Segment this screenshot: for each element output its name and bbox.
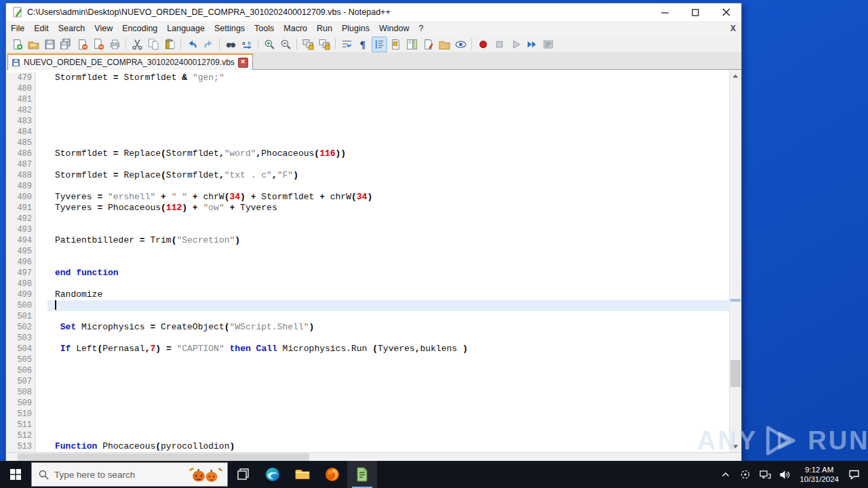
fold-margin — [36, 192, 47, 203]
fold-margin — [36, 344, 47, 354]
code-line-497: 497end function — [6, 268, 730, 279]
macro-stop-icon[interactable] — [492, 37, 507, 52]
text-caret — [55, 300, 56, 310]
doc-switcher-icon[interactable] — [420, 37, 436, 52]
scroll-down-arrow[interactable] — [730, 441, 741, 452]
code-text — [47, 365, 730, 376]
redo-icon[interactable] — [201, 37, 216, 52]
print-icon[interactable] — [107, 37, 123, 52]
code-editor[interactable]: 479Stormfldet = Stormfldet & "gen;"48048… — [6, 70, 741, 452]
taskbar-app-notepad-plus-plus[interactable] — [347, 461, 377, 488]
macro-run-multiple-icon[interactable] — [524, 37, 540, 52]
menu-item-view[interactable]: View — [90, 22, 117, 35]
close-button[interactable] — [711, 3, 741, 21]
menu-item-file[interactable]: File — [6, 22, 29, 35]
scrollbar-current-line-mark — [730, 299, 741, 302]
tray-app-circle-icon[interactable] — [738, 464, 753, 485]
search-input[interactable]: Type here to search — [31, 462, 228, 487]
code-text: Patientbilleder = Trim("Secretion") — [47, 235, 730, 246]
close-file-icon[interactable] — [75, 37, 90, 52]
macro-record-icon[interactable] — [475, 37, 491, 52]
replace-icon[interactable]: ab — [239, 37, 255, 52]
zoom-in-icon[interactable] — [262, 37, 277, 52]
code-line-479: 479Stormfldet = Stormfldet & "gen;" — [6, 73, 730, 83]
vertical-scrollbar[interactable] — [729, 70, 741, 452]
cut-icon[interactable] — [130, 37, 145, 52]
save-all-icon[interactable] — [58, 37, 74, 52]
taskbar-app-firefox[interactable] — [317, 461, 347, 488]
scroll-up-arrow[interactable] — [730, 70, 741, 81]
line-number: 489 — [6, 181, 36, 192]
menu-item-edit[interactable]: Edit — [29, 22, 54, 35]
menu-item-encoding[interactable]: Encoding — [117, 22, 162, 35]
code-text — [47, 83, 730, 94]
macro-save-icon[interactable] — [540, 37, 556, 52]
menu-item-plugins[interactable]: Plugins — [337, 22, 374, 35]
find-icon[interactable] — [223, 37, 239, 52]
show-all-chars-icon[interactable]: ¶ — [355, 37, 371, 52]
title-bar[interactable]: C:\Users\admin\Desktop\NUEVO_ORDEN_DE_CO… — [6, 3, 741, 21]
scrollbar-thumb[interactable] — [730, 360, 741, 387]
doc-map-icon[interactable] — [404, 37, 420, 52]
action-center-icon[interactable] — [846, 464, 861, 485]
line-number: 493 — [6, 224, 36, 235]
code-line-495: 495 — [6, 246, 730, 257]
word-wrap-icon[interactable] — [339, 37, 355, 52]
macro-play-icon[interactable] — [508, 37, 524, 52]
code-text: If Left(Pernasal,7) = "CAPTION" then Cal… — [47, 344, 730, 354]
paste-icon[interactable] — [162, 37, 178, 52]
code-line-505: 505 — [6, 354, 730, 365]
horizontal-scrollbar[interactable] — [6, 452, 741, 462]
line-number: 490 — [6, 192, 36, 203]
sync-horizontal-scroll-icon[interactable] — [317, 37, 332, 52]
document-tab[interactable]: NUEVO_ORDEN_DE_COMPRA_3010202400012709.v… — [7, 54, 253, 70]
undo-icon[interactable] — [184, 37, 200, 52]
close-all-icon[interactable] — [91, 37, 106, 52]
close-document-x[interactable]: X — [730, 24, 736, 33]
code-line-486: 486Stormfldet = Replace(Stormfldet,"word… — [6, 148, 730, 159]
save-icon[interactable] — [42, 37, 58, 52]
maximize-button[interactable] — [680, 3, 711, 21]
menu-item-help[interactable]: ? — [414, 22, 428, 35]
tray-chevron-icon[interactable] — [718, 464, 733, 485]
sync-vertical-scroll-icon[interactable] — [300, 37, 316, 52]
start-button[interactable] — [0, 461, 31, 488]
toolbar-separator — [180, 39, 181, 49]
monitoring-icon[interactable] — [453, 37, 469, 52]
code-text — [47, 214, 730, 224]
menu-item-window[interactable]: Window — [374, 22, 414, 35]
taskbar: Type here to search 9:12 AM 10 — [0, 461, 868, 488]
line-number: 496 — [6, 257, 36, 268]
folder-workspace-icon[interactable] — [437, 37, 452, 52]
zoom-out-icon[interactable] — [278, 37, 294, 52]
toolbar-separator — [335, 39, 336, 49]
menu-item-tools[interactable]: Tools — [250, 22, 279, 35]
fold-margin — [36, 127, 47, 138]
tab-close-icon[interactable]: ✕ — [238, 58, 248, 68]
toolbar-separator — [471, 39, 472, 49]
indent-guide-icon[interactable] — [372, 37, 387, 52]
network-icon[interactable] — [757, 464, 772, 485]
line-number: 503 — [6, 333, 36, 344]
taskbar-clock[interactable]: 9:12 AM 10/31/2024 — [797, 465, 842, 484]
volume-icon[interactable] — [777, 464, 792, 485]
copy-icon[interactable] — [146, 37, 161, 52]
taskbar-app-task-view[interactable] — [228, 461, 258, 488]
code-text — [47, 300, 730, 311]
menu-item-macro[interactable]: Macro — [279, 22, 312, 35]
code-line-496: 496 — [6, 257, 730, 268]
menu-item-language[interactable]: Language — [162, 22, 210, 35]
code-text: Set Microphysics = CreateObject("WScript… — [47, 322, 730, 333]
taskbar-app-microsoft-edge[interactable] — [258, 461, 288, 488]
new-file-icon[interactable] — [9, 37, 25, 52]
function-list-icon[interactable] — [388, 37, 403, 52]
menu-item-run[interactable]: Run — [312, 22, 337, 35]
open-file-icon[interactable] — [26, 37, 41, 52]
line-number: 512 — [6, 430, 36, 441]
menu-item-search[interactable]: Search — [54, 22, 90, 35]
hscrollbar-thumb[interactable] — [18, 453, 309, 461]
menu-item-settings[interactable]: Settings — [210, 22, 250, 35]
taskbar-app-file-explorer[interactable] — [288, 461, 317, 488]
minimize-button[interactable] — [650, 3, 680, 21]
line-number: 487 — [6, 159, 36, 170]
